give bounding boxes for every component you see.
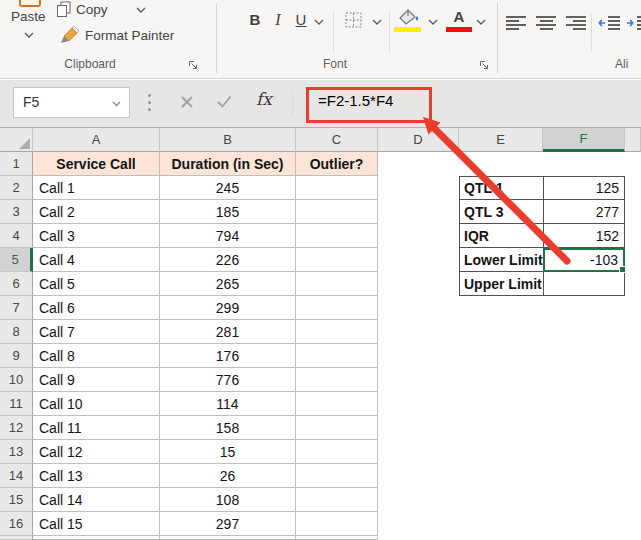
align-right-icon[interactable]	[566, 16, 586, 30]
cell-A4[interactable]: Call 3	[33, 224, 160, 248]
row-header-15[interactable]: 15	[0, 488, 33, 512]
cell-G3[interactable]	[625, 200, 641, 224]
cell-F-partial[interactable]	[543, 536, 625, 540]
cell-A10[interactable]: Call 9	[33, 368, 160, 392]
cell-C6[interactable]	[296, 272, 378, 296]
insert-function-icon[interactable]: fx	[256, 89, 272, 109]
cell-G5[interactable]	[625, 248, 641, 272]
cell-A13[interactable]: Call 12	[33, 440, 160, 464]
cell-G2[interactable]	[625, 176, 641, 200]
cell-D8[interactable]	[378, 320, 459, 344]
cell-D2[interactable]	[378, 176, 459, 200]
row-header-14[interactable]: 14	[0, 464, 33, 488]
borders-icon[interactable]	[345, 12, 363, 33]
cell-A7[interactable]: Call 6	[33, 296, 160, 320]
cell-D12[interactable]	[378, 416, 459, 440]
cell-E-partial[interactable]	[459, 536, 543, 540]
cell-G12[interactable]	[625, 416, 641, 440]
copy-chevron-down-icon[interactable]	[136, 7, 146, 13]
cell-A6[interactable]: Call 5	[33, 272, 160, 296]
cell-A8[interactable]: Call 7	[33, 320, 160, 344]
column-header-F[interactable]: F	[543, 128, 625, 152]
copy-button[interactable]: Copy	[76, 2, 108, 17]
cell-B10[interactable]: 776	[160, 368, 296, 392]
cancel-icon[interactable]	[180, 95, 194, 113]
cell-A1[interactable]: Service Call	[33, 152, 160, 176]
align-center-icon[interactable]	[536, 16, 556, 30]
cell-F2[interactable]: 125	[543, 176, 625, 200]
row-header-6[interactable]: 6	[0, 272, 33, 296]
cell-B1[interactable]: Duration (in Sec)	[160, 152, 296, 176]
row-header-9[interactable]: 9	[0, 344, 33, 368]
cell-G6[interactable]	[625, 272, 641, 296]
cell-F5[interactable]: -103	[543, 248, 625, 272]
cell-E11[interactable]	[459, 392, 543, 416]
cell-E13[interactable]	[459, 440, 543, 464]
cell-D13[interactable]	[378, 440, 459, 464]
cell-D4[interactable]	[378, 224, 459, 248]
cell-G7[interactable]	[625, 296, 641, 320]
cell-E15[interactable]	[459, 488, 543, 512]
row-header-7[interactable]: 7	[0, 296, 33, 320]
align-left-icon[interactable]	[506, 16, 526, 30]
column-header-C[interactable]: C	[296, 128, 378, 152]
cell-D1[interactable]	[378, 152, 459, 176]
cell-D7[interactable]	[378, 296, 459, 320]
cell-F13[interactable]	[543, 440, 625, 464]
cell-C13[interactable]	[296, 440, 378, 464]
cell-F6[interactable]	[543, 272, 625, 296]
clipboard-dialog-launcher-icon[interactable]	[188, 57, 199, 75]
cell-A14[interactable]: Call 13	[33, 464, 160, 488]
cell-B8[interactable]: 281	[160, 320, 296, 344]
name-box-chevron-down-icon[interactable]	[112, 101, 122, 107]
bold-button[interactable]: B	[246, 11, 264, 31]
cell-A15[interactable]: Call 14	[33, 488, 160, 512]
cell-C9[interactable]	[296, 344, 378, 368]
cell-B12[interactable]: 158	[160, 416, 296, 440]
cell-A5[interactable]: Call 4	[33, 248, 160, 272]
cell-F4[interactable]: 152	[543, 224, 625, 248]
cell-E2[interactable]: QTL 1	[459, 176, 543, 200]
cell-A9[interactable]: Call 8	[33, 344, 160, 368]
cell-C5[interactable]	[296, 248, 378, 272]
row-header-partial[interactable]	[0, 536, 33, 540]
cell-B5[interactable]: 226	[160, 248, 296, 272]
row-header-4[interactable]: 4	[0, 224, 33, 248]
name-box[interactable]: F5	[13, 87, 130, 118]
cell-D15[interactable]	[378, 488, 459, 512]
cell-A11[interactable]: Call 10	[33, 392, 160, 416]
fill-color-chevron-down-icon[interactable]	[428, 19, 438, 25]
cell-C7[interactable]	[296, 296, 378, 320]
cell-B9[interactable]: 176	[160, 344, 296, 368]
column-header-D[interactable]: D	[378, 128, 459, 152]
cell-B14[interactable]: 26	[160, 464, 296, 488]
underline-button[interactable]: U	[293, 11, 309, 31]
cell-E10[interactable]	[459, 368, 543, 392]
font-color-icon[interactable]: A	[449, 8, 469, 25]
cell-C12[interactable]	[296, 416, 378, 440]
cell-E3[interactable]: QTL 3	[459, 200, 543, 224]
cell-E6[interactable]: Upper Limit	[459, 272, 543, 296]
row-header-8[interactable]: 8	[0, 320, 33, 344]
select-all-corner[interactable]	[0, 128, 33, 152]
row-header-5[interactable]: 5	[0, 248, 33, 272]
column-header-A[interactable]: A	[33, 128, 160, 152]
row-header-16[interactable]: 16	[0, 512, 33, 536]
cell-F12[interactable]	[543, 416, 625, 440]
column-header-E[interactable]: E	[459, 128, 543, 152]
font-color-chevron-down-icon[interactable]	[476, 19, 486, 25]
cell-B7[interactable]: 299	[160, 296, 296, 320]
cell-F14[interactable]	[543, 464, 625, 488]
cell-G11[interactable]	[625, 392, 641, 416]
cell-G10[interactable]	[625, 368, 641, 392]
cell-F10[interactable]	[543, 368, 625, 392]
cell-C8[interactable]	[296, 320, 378, 344]
italic-button[interactable]: I	[271, 11, 285, 31]
borders-chevron-down-icon[interactable]	[372, 19, 382, 25]
cell-E1[interactable]	[459, 152, 543, 176]
cell-G1[interactable]	[625, 152, 641, 176]
cell-G8[interactable]	[625, 320, 641, 344]
row-header-10[interactable]: 10	[0, 368, 33, 392]
font-dialog-launcher-icon[interactable]	[479, 57, 490, 75]
cell-E12[interactable]	[459, 416, 543, 440]
